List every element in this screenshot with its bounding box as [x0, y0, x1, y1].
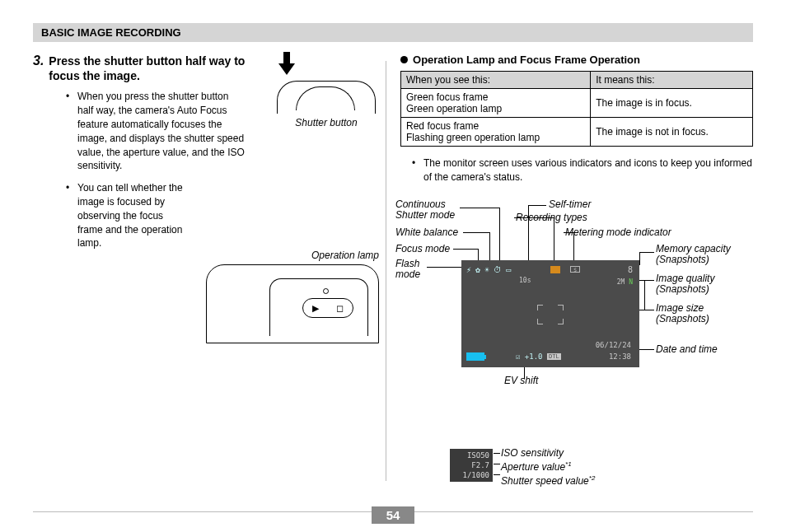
- monitor-quality: 2M N: [617, 278, 633, 286]
- right-column: Operation Lamp and Focus Frame Operation…: [400, 54, 753, 387]
- shutter-value: 1/1000: [453, 470, 489, 480]
- monitor-screen: ⚡ ✿ ☀ ⏱ ▭ 10s S 8 2M N ☑ +1.0 DTL: [461, 260, 639, 367]
- label-image-quality: Image quality (Snapshots): [656, 273, 714, 295]
- operation-frame-title-text: Operation Lamp and Focus Frame Operation: [413, 54, 640, 66]
- cell-see-0: Green focus frame Green operation lamp: [401, 89, 591, 118]
- monitor-time: 12:38: [609, 352, 631, 361]
- label-flash-mode: Flash mode: [395, 259, 420, 280]
- label-memory-capacity: Memory capacity (Snapshots): [656, 244, 731, 265]
- label-iso: ISO sensitivity: [501, 447, 595, 459]
- cont-icon: ▭: [506, 265, 511, 274]
- iso-value: ISO50: [453, 450, 489, 460]
- th-means: It means this:: [591, 72, 753, 89]
- shutter-illustration: Shutter button: [277, 52, 376, 128]
- cell-means-1: The image is not in focus.: [591, 118, 753, 147]
- label-date-time: Date and time: [656, 344, 718, 355]
- operation-lamp-illustration: Operation lamp ▶◻: [206, 250, 379, 343]
- label-metering: Metering mode indicator: [565, 227, 671, 238]
- monitor-ten-s: 10s: [519, 277, 531, 284]
- operation-frame-title: Operation Lamp and Focus Frame Operation: [400, 54, 753, 66]
- shutter-caption: Shutter button: [277, 117, 376, 128]
- aperture-value: F2.7: [453, 460, 489, 470]
- monitor-date: 06/12/24: [596, 341, 631, 349]
- camera-icon: ◻: [336, 303, 344, 314]
- bullet-1: When you press the shutter button half w…: [66, 90, 247, 173]
- page-number-wrap: 54: [0, 506, 786, 524]
- operation-lamp-caption: Operation lamp: [206, 250, 379, 261]
- th-see: When you see this:: [401, 72, 591, 89]
- arrow-down-icon: [277, 52, 297, 77]
- step-title: Press the shutter button half way to foc…: [49, 54, 263, 83]
- step-number: 3.: [33, 54, 44, 68]
- monitor-diagram: Continuous Shutter mode White balance Fo…: [400, 203, 753, 387]
- label-white-balance: White balance: [395, 227, 458, 238]
- focus-frame-icon: [537, 305, 564, 324]
- monitor-capacity: 8: [628, 265, 633, 274]
- iso-labels: ISO sensitivity Aperture value*1 Shutter…: [501, 447, 595, 488]
- column-divider: [386, 61, 386, 481]
- svg-marker-1: [278, 63, 295, 75]
- label-self-timer: Self-timer: [549, 199, 591, 210]
- page-number: 54: [372, 506, 415, 524]
- meaning-table: When you see this: It means this: Green …: [400, 71, 753, 147]
- section-header: BASIC IMAGE RECORDING: [33, 23, 753, 42]
- left-column: 3. Press the shutter button half way to …: [33, 54, 377, 387]
- iso-value-box: ISO50 F2.7 1/1000: [450, 449, 493, 482]
- monitor-bullet-text: The monitor screen uses various indicato…: [412, 156, 753, 184]
- focus-icon: ✿: [475, 265, 480, 274]
- label-shutter-speed: Shutter speed value*2: [501, 474, 595, 487]
- cell-see-1: Red focus frame Flashing green operation…: [401, 118, 591, 147]
- label-focus-mode: Focus mode: [395, 244, 450, 254]
- monitor-ev: ☑ +1.0: [516, 352, 543, 361]
- label-ev-shift: EV shift: [504, 376, 538, 386]
- svg-rect-0: [283, 52, 290, 63]
- battery-icon: [466, 352, 484, 361]
- label-aperture: Aperture value*1: [501, 460, 595, 473]
- monitor-bullet: The monitor screen uses various indicato…: [412, 156, 753, 184]
- label-image-size: Image size (Snapshots): [656, 303, 709, 324]
- metering-icon: S: [570, 266, 580, 273]
- bullet-2: You can tell whether the image is focuse…: [66, 181, 189, 250]
- flash-icon: ⚡: [466, 265, 471, 274]
- monitor-dtl: DTL: [547, 353, 561, 360]
- cell-means-0: The image is in focus.: [591, 89, 753, 118]
- bullet-disc-icon: [400, 56, 408, 63]
- timer-icon: ⏱: [494, 265, 502, 274]
- label-continuous-shutter: Continuous Shutter mode: [395, 199, 455, 221]
- recording-type-icon: [550, 266, 560, 273]
- wb-icon: ☀: [484, 265, 489, 274]
